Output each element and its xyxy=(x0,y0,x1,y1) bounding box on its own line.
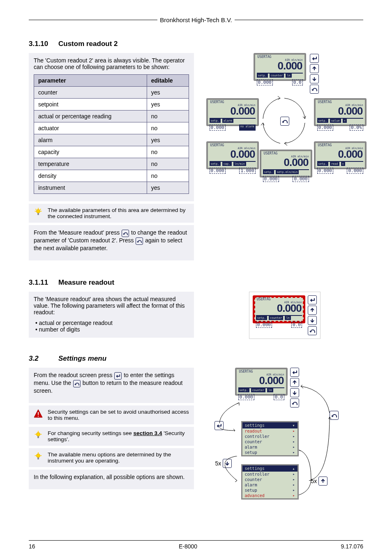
svg-point-0 xyxy=(36,210,40,213)
settings-menu-diagram: USERTAGAIR mln/min 0.000 setp.counterln … xyxy=(206,368,363,516)
lcd-diagram-310: USERTAGAIR mln/min 0.000 setp.counterln … xyxy=(206,53,363,201)
param-table: parametereditable counteryes setpointyes… xyxy=(34,74,189,194)
section-link[interactable]: section 3.4 xyxy=(134,430,162,436)
tip-box: The available menu options are determine… xyxy=(29,448,194,467)
table-row: capacityno xyxy=(34,146,189,158)
tip-text: The available menu options are determine… xyxy=(48,451,190,464)
table-row: actuatorno xyxy=(34,122,189,134)
tip-box: For changing security settings see secti… xyxy=(29,427,194,446)
settings-intro-block: From the readout screen press to enter t… xyxy=(29,368,194,403)
warning-icon xyxy=(33,409,44,419)
page-number: 16 xyxy=(29,543,35,550)
undo-icon xyxy=(73,380,81,387)
instruction-block: From the 'Measure readout' press to chan… xyxy=(29,225,194,260)
company-name: Bronkhorst High-Tech B.V. xyxy=(157,16,234,23)
lightbulb-icon xyxy=(33,207,44,217)
warning-text: Security settings can be set to avoid un… xyxy=(48,409,190,421)
heading-3-2: 3.2Settings menu xyxy=(29,355,363,363)
table-row: alarmyes xyxy=(34,134,189,146)
intro-block: The 'Custom readout 2' area is always vi… xyxy=(29,53,194,201)
svg-rect-15 xyxy=(37,458,39,460)
svg-rect-8 xyxy=(38,416,39,417)
svg-rect-1 xyxy=(37,213,39,215)
enter-icon xyxy=(290,368,299,377)
undo-icon xyxy=(136,237,143,245)
up-icon xyxy=(310,64,319,73)
explanation-block: In the following explanation, all possib… xyxy=(29,470,194,489)
heading-3-1-11: 3.1.11Measure readout xyxy=(29,279,363,287)
table-row: actual or percentage readingno xyxy=(34,111,189,122)
list-item: actual or percentage readout xyxy=(35,320,189,326)
warning-box: Security settings can be set to avoid un… xyxy=(29,405,194,424)
lcd-alarm: USERTAGAIR mln/min 0.000 setp.alarm 0.00… xyxy=(206,98,259,126)
lightbulb-icon xyxy=(33,430,44,440)
settings-menu-2: settings▴ controller▸ counter▸ alarm▸ se… xyxy=(241,464,299,500)
table-row: setpointyes xyxy=(34,99,189,111)
up-icon xyxy=(318,477,327,486)
enter-icon xyxy=(308,295,317,304)
tip-text: The available parameters of this area ar… xyxy=(48,207,190,219)
table-row: densityno xyxy=(34,170,189,182)
undo-icon xyxy=(122,230,129,237)
enter-icon xyxy=(114,372,122,380)
lcd-measure-diagram: USERTAGAIR mln/min 0.000 setp.counterln … xyxy=(249,292,321,339)
measure-readout-text: The 'Measure readout' area shows the act… xyxy=(34,296,189,315)
down-icon xyxy=(308,316,317,325)
lcd-value: USERTAGAIR mln/min 0.000 setp.value× 0.0… xyxy=(314,98,367,126)
undo-icon xyxy=(308,326,317,335)
cycle-arrows xyxy=(260,94,309,147)
page-footer: 16 E-8000 9.17.076 xyxy=(29,540,363,550)
table-row: instrumentyes xyxy=(34,182,189,194)
svg-rect-7 xyxy=(38,412,39,415)
list-item: number of digits xyxy=(35,326,189,333)
settings-menu-1: settings▾ readout▸ controller▸ counter▸ … xyxy=(241,421,299,456)
lightbulb-icon xyxy=(33,451,44,461)
svg-line-5 xyxy=(36,209,37,210)
th-editable: editable xyxy=(147,75,189,87)
lcd-read: USERTAGAIR mln/min 0.000 setp.read× 0.00… xyxy=(314,141,367,169)
svg-rect-10 xyxy=(37,436,39,438)
svg-line-6 xyxy=(40,209,41,210)
doc-version: 9.17.076 xyxy=(341,543,363,550)
lcd-setp-bottom: USERTAGAIR mln/min 0.000 setp.setp.mln/m… xyxy=(260,150,312,177)
enter-icon xyxy=(310,54,319,63)
heading-3-1-10: 3.1.10Custom readout 2 xyxy=(29,40,363,48)
up-icon xyxy=(308,306,317,315)
intro-text: The 'Custom readout 2' area is always vi… xyxy=(34,57,189,70)
five-x-label: 5x xyxy=(215,460,221,467)
page-header: Bronkhorst High-Tech B.V. xyxy=(29,16,363,23)
down-icon xyxy=(310,74,319,83)
table-row: counteryes xyxy=(34,87,189,99)
th-parameter: parameter xyxy=(34,75,147,87)
undo-icon xyxy=(310,85,319,94)
lcd-counter: USERTAGAIR mln/min 0.000 setp.counterln … xyxy=(254,53,306,81)
svg-point-9 xyxy=(36,433,40,436)
lcd-cap: USERTAGAIR mln/min 0.000 setp.cap.ln/min… xyxy=(206,141,259,169)
measure-readout-block: The 'Measure readout' area shows the act… xyxy=(29,292,194,338)
doc-code: E-8000 xyxy=(179,543,197,550)
svg-point-14 xyxy=(36,454,40,458)
table-row: temperatureno xyxy=(34,158,189,170)
tip-box: The available parameters of this area ar… xyxy=(29,204,194,223)
